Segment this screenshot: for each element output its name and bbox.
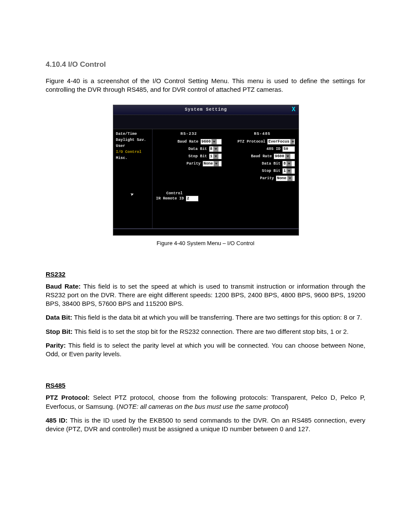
rs232-baud-label: Baud Rate — [156, 140, 200, 144]
rs485-parity-label: Parity — [230, 176, 276, 180]
rs232-baud-value: 9600 — [202, 139, 211, 145]
intro-paragraph: Figure 4-40 is a screenshot of the I/O C… — [46, 77, 365, 94]
rs232-databit-term: Data Bit: — [46, 314, 74, 321]
rs232-baud-text: This field is to set the speed at which … — [46, 283, 365, 308]
rs232-baud-term: Baud Rate: — [46, 283, 83, 290]
chevron-down-icon — [212, 139, 217, 144]
rs232-parity-select[interactable]: None — [202, 161, 222, 167]
rs485-ptz-value: EverFocus — [268, 139, 290, 145]
rs232-col-title: RS-232 — [156, 132, 222, 136]
rs485-stopbit-value: 1 — [283, 168, 286, 174]
chevron-down-icon — [213, 146, 218, 152]
chevron-down-icon — [213, 154, 218, 159]
chevron-down-icon — [290, 139, 294, 144]
rs232-databit-select[interactable]: 8 — [209, 146, 222, 152]
rs232-baud-para: Baud Rate: This field is to set the spee… — [46, 282, 365, 308]
rs485-databit-value: 8 — [283, 161, 286, 167]
rs485-id-input[interactable]: 50 — [282, 146, 295, 152]
sidebar-item-io-control[interactable]: I/O Control — [113, 149, 152, 155]
rs232-parity-term: Parity: — [46, 342, 68, 349]
rs232-databit-para: Data Bit: This field is the data bit at … — [46, 313, 365, 322]
settings-main-panel: RS-232 Baud Rate 9600 Data Bit 8 Stop Bi… — [153, 129, 299, 228]
rs232-databit-label: Data Bit — [156, 147, 209, 151]
rs485-stopbit-select[interactable]: 1 — [282, 168, 295, 174]
section-heading: 4.10.4 I/O Control — [46, 60, 365, 69]
rs232-parity-text: This field is to select the parity level… — [46, 342, 365, 358]
system-setting-window: System Setting X Date/Time Daylight Sav.… — [113, 105, 299, 236]
rs485-ptz-note: NOTE: all cameras on the bus must use th… — [118, 403, 286, 410]
rs485-heading: RS485 — [46, 382, 365, 389]
rs485-col-title: RS-485 — [230, 132, 296, 136]
rs232-stopbit-para: Stop Bit: This field is to set the stop … — [46, 327, 365, 336]
sidebar-item-daylight[interactable]: Daylight Sav. — [113, 137, 152, 143]
rs232-stopbit-term: Stop Bit: — [46, 328, 75, 335]
ir-remote-input[interactable]: 2 — [186, 196, 199, 202]
rs485-databit-label: Data Bit — [230, 162, 283, 166]
toolbar-iconbar — [113, 115, 299, 129]
screenshot-container: System Setting X Date/Time Daylight Sav.… — [113, 105, 298, 236]
rs485-column: RS-485 PTZ Protocol EverFocus 485 ID 50 … — [230, 132, 296, 183]
rs485-stopbit-label: Stop Bit — [230, 169, 283, 173]
window-footer — [113, 228, 299, 235]
rs232-databit-text: This field is the data bit at which you … — [74, 314, 362, 321]
rs232-stopbit-text: This field is to set the stop bit for th… — [75, 328, 349, 335]
rs232-parity-para: Parity: This field is to select the pari… — [46, 341, 365, 359]
rs232-stopbit-label: Stop Bit — [156, 154, 209, 159]
rs232-stopbit-select[interactable]: 1 — [209, 153, 222, 159]
chevron-down-icon — [286, 168, 292, 174]
rs485-ptz-select[interactable]: EverFocus — [267, 139, 295, 145]
rs485-baud-select[interactable]: 9600 — [274, 153, 295, 159]
rs485-id-para: 485 ID: This is the ID used by the EKB50… — [46, 416, 365, 434]
rs232-heading: RS232 — [46, 271, 365, 278]
chevron-down-icon — [285, 154, 290, 159]
chevron-down-icon — [287, 176, 293, 181]
rs232-databit-value: 8 — [210, 146, 212, 152]
rs485-ptz-para: PTZ Protocol: Select PTZ protocol, choos… — [46, 393, 365, 411]
control-title: Control — [156, 191, 295, 196]
rs232-baud-select[interactable]: 9600 — [200, 139, 222, 145]
rs485-ptz-term: PTZ Protocol: — [46, 394, 93, 401]
settings-sidebar: Date/Time Daylight Sav. User I/O Control… — [113, 129, 153, 228]
rs232-stopbit-value: 1 — [210, 153, 212, 159]
rs485-ptz-text-b: ) — [286, 403, 289, 410]
rs485-id-term: 485 ID: — [46, 417, 70, 424]
rs485-parity-value: None — [277, 175, 286, 181]
rs485-baud-label: Baud Rate — [230, 154, 274, 159]
rs485-parity-select[interactable]: None — [276, 175, 295, 181]
rs232-parity-value: None — [204, 161, 213, 167]
close-icon[interactable]: X — [291, 106, 297, 112]
ir-remote-label: IR Remote ID — [156, 196, 186, 201]
chevron-down-icon — [286, 161, 292, 166]
figure-caption: Figure 4-40 System Menu – I/O Control — [46, 240, 365, 246]
chevron-down-icon — [214, 161, 219, 166]
rs485-id-label: 485 ID — [230, 147, 283, 151]
sidebar-item-misc[interactable]: Misc. — [113, 155, 152, 161]
rs485-ptz-label: PTZ Protocol — [230, 140, 268, 144]
rs485-id-text: This is the ID used by the EKB500 to sen… — [46, 417, 365, 432]
rs485-baud-value: 9600 — [275, 153, 284, 159]
rs232-column: RS-232 Baud Rate 9600 Data Bit 8 Stop Bi… — [156, 132, 222, 183]
rs485-databit-select[interactable]: 8 — [282, 161, 295, 167]
sidebar-item-user[interactable]: User — [113, 143, 152, 149]
window-titlebar: System Setting X — [113, 105, 299, 115]
rs232-parity-label: Parity — [156, 162, 202, 166]
window-title: System Setting — [185, 107, 227, 112]
sidebar-item-datetime[interactable]: Date/Time — [113, 131, 152, 137]
